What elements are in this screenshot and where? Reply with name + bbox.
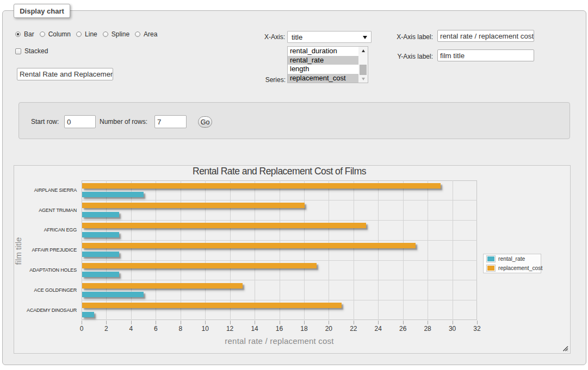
fieldset-legend-text: Display chart [20,7,64,15]
chart-type-radio-label: Area [144,30,157,38]
grid-line-vertical [156,180,156,321]
legend-label: replacement_cost [498,265,542,271]
x-axis-select-label: X-Axis: [234,33,285,41]
x-axis-label-input-value: rental rate / replacement cost [440,32,534,40]
series-option[interactable]: replacement_cost [288,74,358,83]
chart-type-radio-label: Column [48,30,71,38]
chart-xtick-label: 26 [392,325,414,333]
chart-xtick-label: 12 [219,325,241,333]
bar-rental-rate [82,252,119,257]
chart-xtick-label: 4 [120,325,142,333]
grid-line-vertical [280,180,280,321]
chart-xtick-label: 2 [95,325,117,333]
chart-type-radio-label: Spline [112,30,129,38]
chart-xtick-mark [354,321,354,324]
chart-container: Rental Rate and Replacement Cost of Film… [14,165,571,354]
series-option[interactable]: rental_duration [288,47,358,56]
dropdown-arrow-icon [363,36,367,39]
page: Display chart BarColumnLineSplineArea St… [0,0,588,370]
listbox-scrollbar[interactable] [358,47,368,83]
bar-replacement-cost [82,183,441,189]
go-button-label: Go [201,118,210,126]
chart-type-radio-label: Line [85,30,97,38]
grid-line-vertical [329,180,329,321]
chart-yaxis-title: film title [13,218,24,284]
bar-rental-rate [82,312,94,317]
bar-replacement-cost [82,283,243,289]
chart-xtick-label: 28 [417,325,438,333]
chart-type-radio-group: BarColumnLineSplineArea [15,29,163,39]
chart-xtick-mark [181,321,181,324]
y-axis-label-label: Y-Axis label: [381,53,433,60]
chart-type-radio-area[interactable] [135,32,140,37]
chart-xtick-label: 24 [367,325,389,333]
fieldset-legend: Display chart [14,4,70,18]
stacked-checkbox[interactable] [15,48,21,54]
bar-replacement-cost [82,243,416,248]
bar-rental-rate [82,292,144,297]
series-listbox[interactable]: rental_durationrental_ratelengthreplacem… [287,46,368,83]
grid-line-vertical [205,180,206,321]
grid-line-vertical [255,180,255,321]
bar-replacement-cost [82,303,342,308]
chart-xtick-mark [403,321,404,324]
chart-type-radio-spline[interactable] [103,32,108,37]
chart-xtick-mark [329,321,329,324]
bar-replacement-cost [82,263,317,268]
chart-xtick-label: 18 [293,325,315,333]
chart-type-radio-label: Bar [24,30,34,38]
chart-xtick-mark [477,321,478,324]
x-axis-select[interactable]: title [287,31,372,43]
chart-xaxis-title: rental rate / replacement cost [82,336,477,346]
start-row-input-value: 0 [67,118,71,126]
scroll-up-button[interactable] [358,47,368,54]
chart-type-radio-column[interactable] [40,32,45,37]
bar-rental-rate [82,192,144,197]
chart-xtick-mark [280,321,280,324]
chart-xtick-label: 22 [343,325,364,333]
x-axis-label-input[interactable]: rental rate / replacement cost [437,30,534,42]
chart-xtick-label: 32 [466,325,488,333]
go-button[interactable]: Go [198,116,212,128]
chart-xtick-mark [378,321,379,324]
bar-replacement-cost [82,203,305,208]
grid-line-horizontal [82,300,477,300]
y-axis-label-input[interactable]: film title [437,49,534,61]
grid-line-horizontal [82,220,477,221]
chart-xtick-label: 6 [145,325,166,333]
chart-xtick-mark [205,321,206,324]
chart-xtick-label: 14 [244,325,265,333]
start-row-input[interactable]: 0 [64,115,96,128]
chart-xtick-label: 10 [194,325,216,333]
chart-category-label: ACE GOLDFINGER [14,287,77,293]
chart-xtick-label: 0 [71,325,92,333]
series-option[interactable]: rental_rate [288,56,358,65]
chart-xtick-label: 16 [269,325,290,333]
series-option[interactable]: length [288,65,358,74]
legend-swatch-rental_rate [486,255,496,262]
grid-line-horizontal [82,260,477,261]
grid-line-vertical [230,180,231,321]
chart-xtick-mark [131,321,132,324]
y-axis-label-input-value: film title [440,52,465,60]
scroll-down-button[interactable] [358,75,368,83]
grid-line-vertical [304,180,305,321]
chart-type-radio-bar[interactable] [15,32,21,37]
resize-handle-icon[interactable] [562,345,568,352]
bar-rental-rate [82,212,119,217]
chart-title-input-value: Rental Rate and Replacement Cost of Film… [20,70,113,78]
series-select-label: Series: [234,76,286,84]
chart-xtick-label: 30 [442,325,463,333]
grid-line-vertical [428,180,428,321]
chart-xtick-mark [106,321,107,324]
chart-title: Rental Rate and Replacement Cost of Film… [82,166,477,177]
grid-line-vertical [106,180,107,321]
chart-type-radio-line[interactable] [76,32,82,37]
chart-xtick-mark [82,321,82,324]
x-axis-select-value: title [292,33,302,41]
grid-line-horizontal [82,240,477,241]
chart-xtick-mark [230,321,231,324]
num-rows-input[interactable]: 7 [154,115,187,128]
scrollbar-thumb[interactable] [360,65,367,75]
chart-title-input[interactable]: Rental Rate and Replacement Cost of Film… [17,68,113,80]
